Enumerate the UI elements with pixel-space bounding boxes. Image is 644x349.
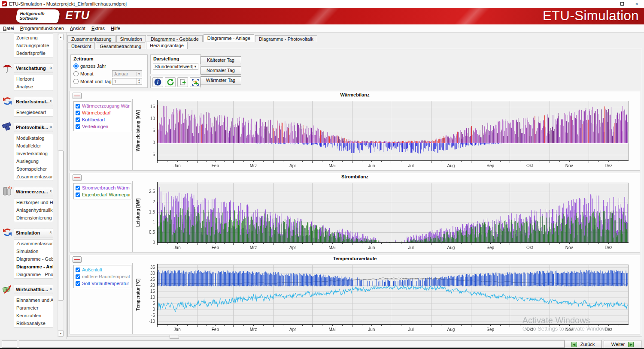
legend-checkbox[interactable] (76, 186, 80, 190)
collapse-chevron-icon[interactable]: « (49, 231, 54, 235)
kaeltester-tag-button[interactable]: Kältester Tag (200, 56, 241, 64)
spin-down-icon[interactable]: ▼ (137, 81, 142, 84)
sidebar-group-photovoltaik[interactable]: Photovoltaik...« (14, 123, 53, 132)
legend-checkbox[interactable] (76, 281, 80, 286)
sidebar-item-diagrammephoto[interactable]: Diagramme - Photo... (14, 271, 53, 278)
waermebilanz-chart-canvas[interactable] (133, 98, 640, 169)
legend-checkbox[interactable] (76, 111, 80, 115)
strombilanz-chart-canvas[interactable] (133, 180, 640, 251)
sidebar-item-zusammenfassung[interactable]: Zusammenfassung (14, 240, 53, 247)
tab-gesamtbetrachtung[interactable]: Gesamtbetrachtung (96, 42, 145, 49)
close-button[interactable]: × (629, 0, 644, 8)
export-report-icon[interactable] (177, 77, 188, 87)
radio-ganzes-jahr[interactable] (73, 63, 79, 69)
legend-checkbox[interactable] (76, 124, 80, 129)
export-image-icon[interactable] (190, 77, 200, 87)
zurueck-button[interactable]: ◀ Zurück (564, 340, 602, 349)
collapse-chevron-icon[interactable]: « (49, 288, 54, 291)
sidebar-item-nutzungsprofile[interactable]: Nutzungsprofile (14, 42, 53, 49)
tab-diagramme-photovoltaik[interactable]: Diagramme - Photovoltaik (255, 35, 317, 42)
tab-heizungsanlage[interactable]: Heizungsanlage (146, 42, 188, 49)
minimize-button[interactable] (600, 0, 615, 8)
s-arrows-icon (1, 96, 13, 107)
temperaturverlaeufe-chart-panel: — Temperaturverläufe Außenluftmittlere R… (70, 255, 640, 334)
menu-item-ansicht[interactable]: Ansicht (67, 25, 88, 32)
sidebar-item-inverterkatalog[interactable]: Inverterkatalog (14, 150, 53, 157)
legend-checkbox[interactable] (76, 268, 80, 272)
tab-simulation[interactable]: Simulation (116, 35, 146, 42)
menu-item-programmfunktionen[interactable]: Programmfunktionen (17, 25, 67, 32)
sidebar-group-verschattung[interactable]: Verschattung« (14, 63, 53, 73)
splitter-handle[interactable] (170, 335, 179, 339)
menu-item-hilfe[interactable]: Hilfe (108, 25, 123, 32)
sidebar-panel: ModulkatalogModulfelderInverterkatalogAu… (14, 134, 53, 181)
refresh-icon[interactable] (165, 77, 176, 87)
tag-spinner[interactable]: 1 ▲▼ (112, 78, 142, 85)
sidebar-item-bedarfsprofile[interactable]: Bedarfsprofile (14, 49, 53, 57)
sidebar-group-label: Bedarfssimul... (14, 99, 49, 104)
sidebar-group-wirtschaftlic[interactable]: €Wirtschaftlic...« (14, 285, 53, 294)
sidebar-item-simulation[interactable]: Simulation (14, 247, 53, 255)
sidebar-item-modulfelder[interactable]: Modulfelder (14, 142, 53, 150)
menu-item-extras[interactable]: Extras (88, 25, 108, 32)
sidebar-group-simulation[interactable]: Simulation« (14, 228, 53, 238)
sidebar-item-stromspeicher[interactable]: Stromspeicher (14, 165, 53, 173)
monat-select[interactable]: Januar ▼ (112, 70, 142, 77)
waermster-tag-button[interactable]: Wärmster Tag (200, 76, 241, 84)
tab-zusammenfassung[interactable]: Zusammenfassung (67, 35, 115, 42)
hottgenroth-logo-text: Hottgenroth Software (19, 11, 45, 21)
etu-logo: ETU (65, 9, 90, 22)
legend-label: Wärmebedarf (82, 110, 111, 115)
sidebar-item-anlagenhydraulik[interactable]: Anlagenhydraulik (14, 206, 53, 214)
sidebar-item-zusammenfassung[interactable]: Zusammenfassung (14, 173, 53, 181)
legend-checkbox[interactable] (76, 104, 80, 108)
tab-diagramme-anlage[interactable]: Diagramme - Anlage (204, 34, 254, 42)
radio-monat[interactable] (73, 71, 79, 76)
collapse-chevron-icon[interactable]: « (49, 190, 54, 193)
sidebar-item-modulkatalog[interactable]: Modulkatalog (14, 134, 53, 142)
darstellung-title: Darstellung (151, 55, 200, 62)
sidebar-item-diagrammegeb[interactable]: Diagramme - Gebä... (14, 255, 53, 263)
sidebar-item-parameter[interactable]: Parameter (14, 304, 53, 312)
sidebar-item-auslegung[interactable]: Auslegung (14, 157, 53, 165)
scrollbar-thumb[interactable] (58, 150, 64, 301)
sidebar-item-horizont[interactable]: Horizont (14, 75, 53, 83)
sidebar-item-energiebedarf[interactable]: Energiebedarf (14, 108, 53, 116)
legend-label: Außenluft (82, 267, 102, 272)
normaler-tag-button[interactable]: Normaler Tag (200, 66, 241, 75)
banner-app-title: ETU-Simulation (543, 8, 639, 24)
tab--bersicht[interactable]: Übersicht (67, 42, 95, 49)
legend-checkbox[interactable] (76, 274, 80, 279)
info-icon[interactable]: i (152, 77, 163, 87)
legend-checkbox[interactable] (76, 193, 80, 197)
sidebar-item-diagrammeanl[interactable]: Diagramme - Anl... (14, 263, 53, 271)
collapse-chevron-icon[interactable]: « (49, 100, 54, 103)
radio-monat-und-tag[interactable] (73, 79, 79, 84)
sidebar-item-heizkrperundhei[interactable]: Heizkörper und Hei... (14, 199, 53, 206)
sidebar-item-analyse[interactable]: Analyse (14, 83, 53, 90)
legend-checkbox[interactable] (76, 117, 80, 122)
sidebar-group-bedarfssimul[interactable]: Bedarfssimul...« (14, 97, 53, 106)
sidebar-group-wrmeerzeu[interactable]: Wärmeerzeu...« (14, 187, 53, 196)
sidebar-item-zonierung[interactable]: Zonierung (14, 34, 53, 42)
sidebar-item-einnahmenundau[interactable]: Einnahmen und Au... (14, 296, 53, 304)
darstellung-select[interactable]: Stundenmittelwerte ▼ (153, 63, 198, 70)
tab-diagramme-geb-ude[interactable]: Diagramme - Gebäude (147, 35, 203, 42)
weiter-button[interactable]: Weiter ▶ (604, 340, 641, 349)
menu-item-datei[interactable]: Datei (0, 25, 17, 32)
temperaturverlaeufe-chart-canvas[interactable] (133, 262, 640, 333)
scroll-up-icon[interactable]: ▲ (58, 34, 64, 40)
zeitraum-groupbox: Zeitraum ganzes Jahr Monat Januar ▼ Mona… (70, 54, 148, 88)
sidebar-item-kennzahlen[interactable]: Kennzahlen (14, 312, 53, 319)
sidebar-item-dimensionierung[interactable]: Dimensionierung (14, 214, 53, 222)
legend-item: Wärmeerzeugung Wärmepumpe (75, 102, 130, 109)
sidebar-scrollbar[interactable]: ▲ ▼ (58, 33, 64, 337)
spin-up-icon[interactable]: ▲ (137, 78, 142, 81)
title-bar: ETU-Simulation - Musterprojekt_Einfamili… (0, 0, 644, 8)
sidebar-item-risikoanalyse[interactable]: Risikoanalyse (14, 319, 53, 327)
scroll-down-icon[interactable]: ▼ (58, 330, 64, 337)
collapse-chevron-icon[interactable]: « (49, 66, 54, 70)
collapse-chevron-icon[interactable]: « (49, 126, 54, 129)
chart-title: Strombilanz (70, 174, 640, 179)
maximize-button[interactable] (615, 0, 629, 8)
